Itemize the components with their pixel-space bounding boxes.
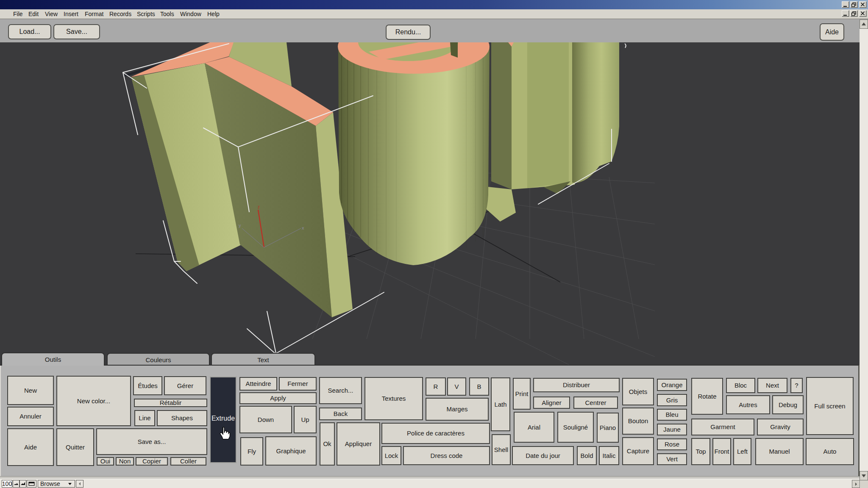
svg-text:z: z: [258, 205, 260, 209]
svg-text:x: x: [302, 225, 304, 230]
svg-text:y: y: [239, 223, 241, 228]
